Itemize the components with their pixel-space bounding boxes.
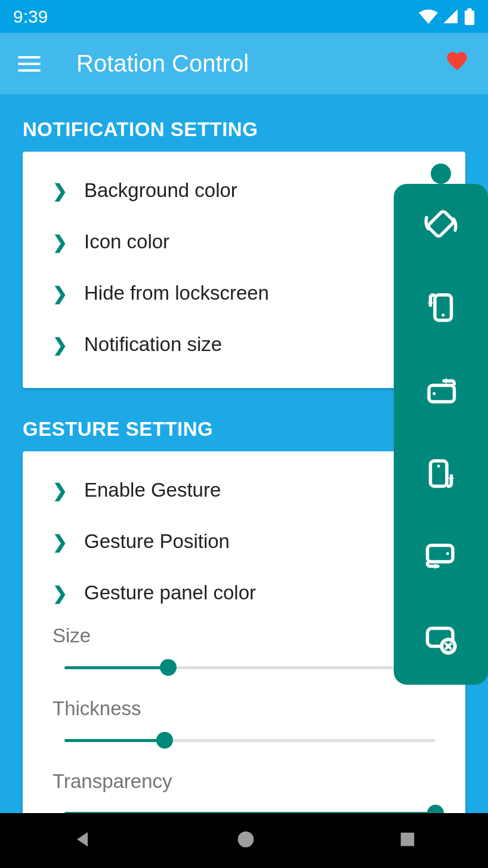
list-item-label: Icon color: [84, 230, 169, 253]
thickness-slider[interactable]: [52, 728, 436, 752]
wifi-icon: [419, 10, 438, 24]
svg-rect-15: [401, 833, 415, 847]
notification-section-title: NOTIFICATION SETTING: [23, 118, 465, 141]
status-bar: 9:39: [0, 0, 488, 33]
chevron-right-icon: ❯: [52, 583, 67, 604]
panel-handle[interactable]: [431, 164, 451, 184]
rotate-landscape-down-button[interactable]: [422, 537, 460, 575]
battery-icon: [464, 8, 475, 25]
chevron-right-icon: ❯: [52, 180, 67, 201]
rotation-floating-panel[interactable]: [394, 184, 488, 685]
svg-rect-1: [468, 8, 472, 11]
slider-label: Size: [52, 624, 436, 647]
list-item-label: Notification size: [84, 333, 222, 356]
svg-rect-0: [465, 10, 474, 25]
chevron-right-icon: ❯: [52, 480, 67, 501]
svg-point-8: [437, 464, 440, 467]
chevron-right-icon: ❯: [52, 531, 67, 552]
recent-apps-button[interactable]: [399, 830, 416, 851]
chevron-right-icon: ❯: [52, 232, 67, 253]
home-button[interactable]: [236, 830, 255, 851]
size-slider[interactable]: [52, 655, 436, 679]
slider-label: Transparency: [52, 770, 436, 793]
list-item-label: Gesture Position: [84, 530, 230, 553]
chevron-right-icon: ❯: [52, 334, 67, 355]
back-button[interactable]: [72, 829, 93, 852]
svg-point-4: [441, 313, 444, 316]
list-item-label: Hide from lockscreen: [84, 282, 269, 304]
app-title: Rotation Control: [76, 50, 408, 77]
chevron-right-icon: ❯: [52, 283, 67, 304]
svg-rect-2: [427, 210, 454, 237]
rotate-portrait-reverse-button[interactable]: [422, 454, 460, 492]
favorite-button[interactable]: [444, 49, 470, 78]
rotate-portrait-button[interactable]: [422, 288, 460, 326]
slider-label: Thickness: [52, 697, 436, 720]
navigation-bar: [0, 813, 488, 868]
list-item-label: Gesture panel color: [84, 581, 256, 604]
auto-rotate-button[interactable]: [422, 205, 460, 243]
thickness-slider-row: Thickness: [23, 691, 465, 764]
svg-point-14: [238, 832, 254, 848]
cell-signal-icon: [443, 10, 459, 24]
list-item-label: Background color: [84, 179, 237, 202]
app-bar: Rotation Control: [0, 33, 488, 94]
svg-point-6: [433, 392, 436, 395]
svg-point-10: [446, 552, 449, 555]
rotate-landscape-forward-button[interactable]: [422, 371, 460, 409]
list-item-label: Enable Gesture: [84, 479, 221, 501]
status-icons: [419, 8, 475, 25]
rotation-lock-off-button[interactable]: [422, 620, 460, 658]
status-time: 9:39: [13, 7, 48, 27]
menu-button[interactable]: [18, 56, 41, 72]
